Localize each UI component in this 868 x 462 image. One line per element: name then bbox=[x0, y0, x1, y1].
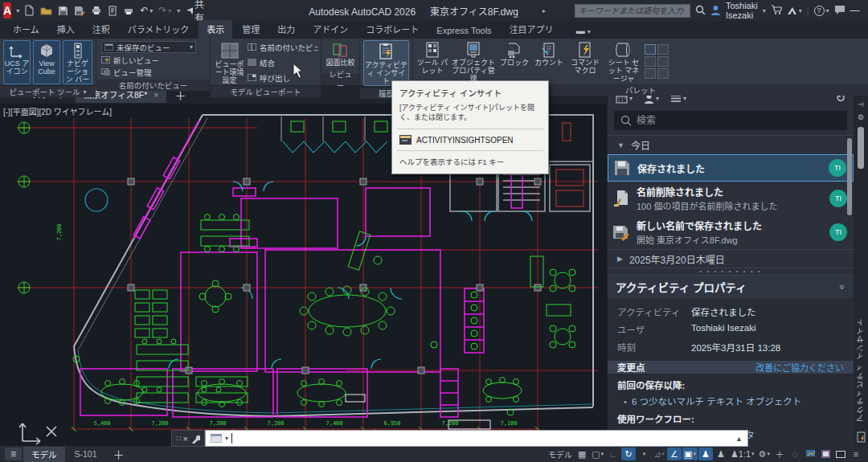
help-search-input[interactable] bbox=[575, 4, 690, 18]
user-menu-caret-icon[interactable]: ▾ bbox=[763, 7, 766, 14]
command-grip-handle[interactable]: ∷ bbox=[176, 434, 181, 443]
annotation-autoscale-icon[interactable]: ♟ bbox=[714, 448, 728, 460]
polar-caret-icon[interactable]: ▾ bbox=[637, 448, 651, 460]
palette-autohide-icon[interactable]: ⊣ bbox=[858, 101, 864, 108]
statusbar-menu-icon[interactable]: ≡ bbox=[849, 448, 863, 460]
view-manager-button[interactable]: ビュー管理 bbox=[101, 67, 205, 77]
help-icon[interactable]: ?▾ bbox=[814, 6, 829, 16]
viewport-controls[interactable]: [-][平面図][2D ワイヤフレーム] bbox=[3, 105, 112, 117]
palette-extra-buttons[interactable] bbox=[645, 40, 669, 83]
command-recent-caret-icon[interactable]: ▾ bbox=[225, 435, 228, 442]
sheet-set-manager-button[interactable]: シート セット マネージャ bbox=[605, 40, 642, 83]
new-view-button[interactable]: 新しいビュー bbox=[101, 55, 205, 65]
drawing-compare-button[interactable]: 図面比較 bbox=[325, 40, 356, 72]
grid-display-icon[interactable]: ▦ bbox=[575, 448, 589, 460]
workspace-switching-icon[interactable]: ⚙▾ bbox=[757, 448, 772, 460]
object-snap-icon[interactable]: ▣▾ bbox=[682, 448, 698, 460]
tab-express-tools[interactable]: Express Tools bbox=[428, 23, 499, 39]
autodesk-menu-icon[interactable]: ▾ bbox=[787, 6, 802, 15]
signed-in-user[interactable]: Toshiaki Isezaki bbox=[726, 1, 758, 20]
user-avatar-icon[interactable] bbox=[710, 5, 721, 17]
panel-label-model-viewports[interactable]: モデル ビューポート bbox=[211, 86, 321, 97]
palette-vertical-title[interactable]: アクティビティ インサイト bbox=[855, 318, 866, 423]
restore-viewport-button[interactable]: 呼び出し bbox=[248, 72, 317, 83]
properties-palette-button[interactable]: オブジェクト プロパティ管理 bbox=[451, 40, 496, 83]
ortho-mode-icon[interactable]: ∟ bbox=[606, 448, 620, 460]
palette-search-input[interactable] bbox=[637, 115, 797, 126]
tab-insert[interactable]: 挿入 bbox=[49, 20, 83, 39]
new-drawing-button[interactable] bbox=[24, 5, 35, 16]
tab-collaborate[interactable]: コラボレート bbox=[358, 20, 427, 39]
plot-button[interactable] bbox=[91, 6, 102, 15]
print-button[interactable] bbox=[123, 6, 134, 15]
panel-label-named-views[interactable]: 名前の付いたビュー bbox=[96, 80, 210, 91]
tab-parametric[interactable]: パラメトリック bbox=[120, 20, 198, 39]
publish-button[interactable] bbox=[108, 6, 117, 16]
activity-insights-button[interactable]: アクティビティ インサイト bbox=[363, 40, 409, 86]
polar-tracking-icon[interactable]: ↻ bbox=[621, 448, 636, 460]
annotation-scale-icon[interactable]: ♟1:1▾ bbox=[729, 448, 756, 460]
splitter-handle[interactable]: • • • • • • • • • bbox=[608, 268, 854, 275]
model-tab[interactable]: モデル bbox=[23, 447, 65, 462]
command-history-icon[interactable]: ▲ bbox=[735, 435, 743, 443]
tab-home[interactable]: ホーム bbox=[5, 20, 47, 39]
clean-screen-icon[interactable] bbox=[818, 448, 833, 460]
fullscreen-icon[interactable] bbox=[833, 448, 848, 460]
open-button[interactable] bbox=[40, 6, 52, 15]
annotation-visibility-icon[interactable]: ♟ bbox=[698, 448, 713, 460]
save-button[interactable] bbox=[58, 6, 68, 16]
activity-item-saved-as[interactable]: 新しい名前で保存されました 開始 東京オフィス8F.dwg TI bbox=[608, 215, 854, 249]
search-expand-icon[interactable]: ▸ bbox=[542, 7, 546, 14]
ribbon-display-toggle[interactable]: ▬ ▾ bbox=[568, 23, 599, 39]
collapse-chevron-icon[interactable]: » bbox=[837, 284, 849, 290]
blocks-palette-button[interactable]: ブロック bbox=[498, 40, 530, 83]
group-today[interactable]: ▼今日 bbox=[608, 135, 854, 154]
tab-view[interactable]: 表示 bbox=[199, 20, 232, 39]
activity-item-saved[interactable]: 保存されました TI bbox=[608, 154, 854, 182]
group-date[interactable]: ▶2025年3月20日木曜日 bbox=[608, 249, 854, 268]
snap-mode-icon[interactable]: ▢▾ bbox=[590, 448, 605, 460]
redo-button[interactable]: ↷▾ bbox=[158, 5, 171, 16]
viewport-config-button[interactable]: ビューポート環境設定 bbox=[214, 40, 245, 84]
tab-manage[interactable]: 管理 bbox=[234, 20, 268, 39]
command-close-icon[interactable]: × bbox=[182, 434, 187, 444]
palette-search[interactable] bbox=[614, 111, 847, 130]
ucs-icon-button[interactable]: UCS アイコン bbox=[3, 40, 31, 84]
tab-annotate[interactable]: 注釈 bbox=[84, 20, 118, 39]
close-doc-icon[interactable]: × bbox=[154, 90, 158, 100]
customize-statusbar-icon[interactable]: ＋ bbox=[772, 448, 787, 460]
minimize-button[interactable]: — bbox=[850, 5, 860, 16]
new-layout-button[interactable]: ＋ bbox=[107, 446, 131, 462]
command-input[interactable]: ▾ ▲ bbox=[205, 430, 748, 447]
tool-palettes-button[interactable]: ツール パレット bbox=[416, 40, 448, 83]
isolate-objects-icon[interactable]: ◌ bbox=[788, 448, 802, 460]
layout-menu-icon[interactable]: ≡ bbox=[5, 448, 22, 460]
panel-label-viewport-tools[interactable]: ビューポート ツール▾ bbox=[0, 86, 96, 97]
join-viewports-button[interactable]: 結合 bbox=[248, 57, 317, 67]
model-space-label[interactable]: モデル bbox=[547, 448, 574, 460]
palette-settings-icon[interactable]: ⚙ bbox=[858, 114, 864, 121]
command-macros-button[interactable]: コマンド マクロ bbox=[567, 40, 603, 83]
undo-button[interactable]: ↶▾ bbox=[140, 5, 153, 16]
activity-item-purged[interactable]: 名前削除されました 100 個の項目が名前削除されました TI bbox=[608, 182, 854, 215]
command-customize-icon[interactable] bbox=[190, 433, 200, 444]
tab-addins[interactable]: アドイン bbox=[305, 20, 356, 39]
save-as-button[interactable] bbox=[74, 6, 85, 16]
app-menu-caret-icon[interactable]: ▾ bbox=[16, 7, 19, 14]
panel-label-review[interactable]: レビュー bbox=[321, 74, 359, 85]
named-viewports-button[interactable]: 名前の付いたビューポート bbox=[248, 42, 317, 52]
feedback-icon[interactable] bbox=[834, 5, 845, 16]
layout-tab-s101[interactable]: S-101 bbox=[67, 448, 105, 460]
tab-featured-apps[interactable]: 注目アプリ bbox=[502, 20, 562, 39]
activity-properties-header[interactable]: アクティビティ プロパティ » bbox=[608, 276, 854, 298]
isometric-drafting-icon[interactable]: ⊿▾ bbox=[652, 448, 666, 460]
list-scrollbar[interactable] bbox=[847, 138, 852, 215]
palette-scrollbar[interactable] bbox=[858, 127, 864, 169]
tab-output[interactable]: 出力 bbox=[269, 20, 303, 39]
object-snap-tracking-icon[interactable]: ∠ bbox=[667, 448, 682, 460]
view-dropdown[interactable]: 未保存のビュー▾ bbox=[101, 41, 196, 53]
search-icon[interactable] bbox=[695, 5, 706, 17]
count-palette-button[interactable]: カウント bbox=[533, 40, 565, 83]
viewcube-button[interactable]: View Cube bbox=[33, 40, 60, 84]
graphics-performance-icon[interactable] bbox=[803, 448, 817, 460]
